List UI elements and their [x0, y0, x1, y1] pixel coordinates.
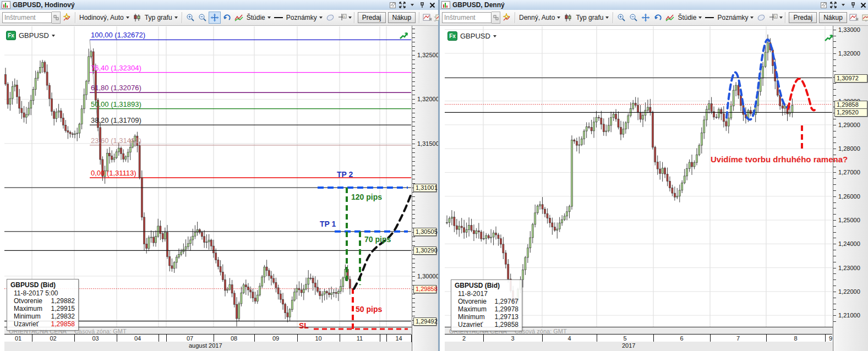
symbol-selector[interactable]: Fx GBPUSD — [447, 31, 496, 41]
close-icon[interactable] — [859, 1, 867, 9]
axis-tick — [412, 281, 415, 281]
info-box-date: 11-8-2017 — [455, 290, 518, 298]
zoom-in-icon[interactable] — [184, 12, 196, 24]
axis-tick — [833, 119, 836, 119]
annotation-text: TP 1 — [320, 220, 336, 228]
axis-tick — [412, 316, 415, 316]
info-row-open: Otvorenie1,29882 — [10, 297, 75, 305]
price-tag: 1,30505 — [413, 228, 436, 236]
crosshair-dropdown-icon[interactable] — [348, 17, 352, 19]
undo-icon[interactable] — [652, 12, 664, 24]
notes-dropdown[interactable]: Poznámky — [716, 13, 755, 23]
axis-tick — [833, 30, 836, 30]
axis-tick — [412, 126, 415, 127]
axis-tick — [412, 51, 415, 51]
chart-settings-icon[interactable] — [848, 12, 860, 24]
dropdown-icon[interactable] — [408, 1, 417, 9]
period-dropdown[interactable]: Hodinový, Auto — [78, 13, 131, 23]
chart-window-daily: GBPUSD, Denný Inštrument Denný, Auto Typ… — [439, 0, 868, 351]
sell-button[interactable]: Predaj — [358, 12, 386, 23]
crosshair-info-icon[interactable]: i — [767, 12, 779, 24]
axis-tick — [412, 135, 415, 135]
symbol-selector[interactable]: Fx GBPUSD — [6, 31, 55, 40]
axis-tick — [412, 148, 415, 149]
crosshair-dropdown-icon[interactable] — [779, 17, 783, 19]
sell-button[interactable]: Predaj — [789, 12, 817, 23]
favorites-icon[interactable] — [500, 12, 512, 24]
crosshair-info-icon[interactable]: i — [336, 12, 348, 24]
undo-icon[interactable] — [221, 12, 233, 24]
notes-dropdown[interactable]: Poznámky — [285, 13, 324, 23]
axis-tick — [833, 220, 836, 221]
pin-icon[interactable] — [849, 1, 858, 9]
date-cell: 03 — [74, 334, 117, 342]
axis-tick — [412, 157, 415, 157]
x-axis-month-row: 2017 — [445, 342, 832, 351]
info-box-title: GBPUSD (Bid) — [455, 282, 518, 289]
buy-button[interactable]: Nákup — [388, 12, 416, 23]
studies-dropdown[interactable]: Štúdie — [245, 13, 272, 23]
x-axis-month-row: august 2017 — [4, 342, 411, 351]
price-chart-daily[interactable]: Fx GBPUSD GBPUSD (Bid) 11-8-2017 Otvoren… — [440, 26, 868, 351]
axis-tick — [412, 179, 415, 179]
axis-tick — [833, 298, 836, 298]
instrument-input[interactable]: Inštrument — [442, 12, 492, 23]
eraser-icon[interactable] — [324, 12, 336, 24]
chart-settings-icon[interactable] — [422, 12, 434, 24]
toolbar-overflow-icon[interactable]: ⌄⌄ — [864, 14, 868, 22]
fib-level-label: 0,00 (1,31113) — [91, 169, 137, 177]
eraser-icon[interactable] — [755, 12, 767, 24]
date-cell: 04 — [117, 334, 159, 342]
candles — [446, 35, 793, 306]
link-icon[interactable] — [819, 1, 828, 9]
date-cell: 01 — [4, 334, 32, 342]
axis-tick — [412, 263, 415, 264]
axis-tick — [833, 321, 836, 322]
axis-tick — [412, 223, 415, 223]
axis-tick — [412, 33, 415, 34]
y-axis-label: 1,31500 — [417, 140, 438, 147]
annotation-text: SL — [299, 321, 309, 330]
y-axis-label: 1,23000 — [838, 265, 860, 271]
favorites-icon[interactable] — [61, 12, 73, 24]
window-titlebar[interactable]: GBPUSD, Denný — [440, 0, 868, 10]
chart-type-dropdown[interactable]: Typ grafu — [574, 13, 610, 23]
pan-tool-icon[interactable] — [209, 12, 221, 24]
axis-tick — [833, 268, 836, 268]
trading-app-window: GBPUSD, Hodinový Inštrument Hodinový, Au… — [0, 0, 868, 351]
window-titlebar[interactable]: GBPUSD, Hodinový — [0, 0, 438, 10]
line-tool-icon — [272, 12, 285, 24]
dropdown-icon[interactable] — [839, 1, 848, 9]
axis-tick — [833, 178, 836, 179]
zoom-out-icon[interactable] — [627, 12, 640, 24]
pin-icon[interactable] — [418, 1, 427, 9]
symbol-label: GBPUSD — [19, 31, 49, 40]
info-row-low: Minimum1,29832 — [10, 312, 75, 320]
date-cell: 4 — [542, 334, 597, 342]
axis-tick — [412, 237, 415, 237]
axis-tick — [833, 142, 836, 143]
buy-button[interactable]: Nákup — [819, 12, 847, 23]
y-axis-label: 1,26000 — [838, 193, 860, 200]
y-axis[interactable]: 1,330001,320001,300001,290001,280001,270… — [833, 26, 868, 351]
toolbar-overflow-icon[interactable]: ⌄⌄ — [433, 14, 437, 22]
instrument-input[interactable]: Inštrument — [2, 12, 52, 23]
close-icon[interactable] — [428, 1, 436, 9]
zoom-out-icon[interactable] — [196, 12, 209, 24]
studies-dropdown[interactable]: Štúdie — [676, 13, 703, 23]
y-axis-label: 1,24000 — [838, 240, 860, 247]
instrument-list-icon[interactable] — [52, 12, 61, 24]
maximize-icon[interactable] — [398, 1, 407, 9]
price-chart-hourly[interactable]: Fx GBPUSD GBPUSD (Bid) 11-8-2017 5:00 Ot… — [0, 26, 438, 351]
instrument-list-icon[interactable] — [492, 12, 500, 24]
y-axis-label: 1,33000 — [838, 26, 860, 33]
chart-type-dropdown[interactable]: Typ grafu — [143, 13, 179, 23]
period-dropdown[interactable]: Denný, Auto — [517, 13, 562, 23]
pan-tool-icon[interactable] — [640, 12, 652, 24]
date-cell: 14 — [386, 334, 412, 342]
y-axis[interactable]: 1,325001,320001,315001,300001,310011,305… — [412, 26, 438, 351]
zoom-in-icon[interactable] — [615, 12, 627, 24]
maximize-icon[interactable] — [829, 1, 838, 9]
timezone-label: Časová zóna: GMT — [515, 328, 567, 334]
link-icon[interactable] — [388, 1, 397, 9]
